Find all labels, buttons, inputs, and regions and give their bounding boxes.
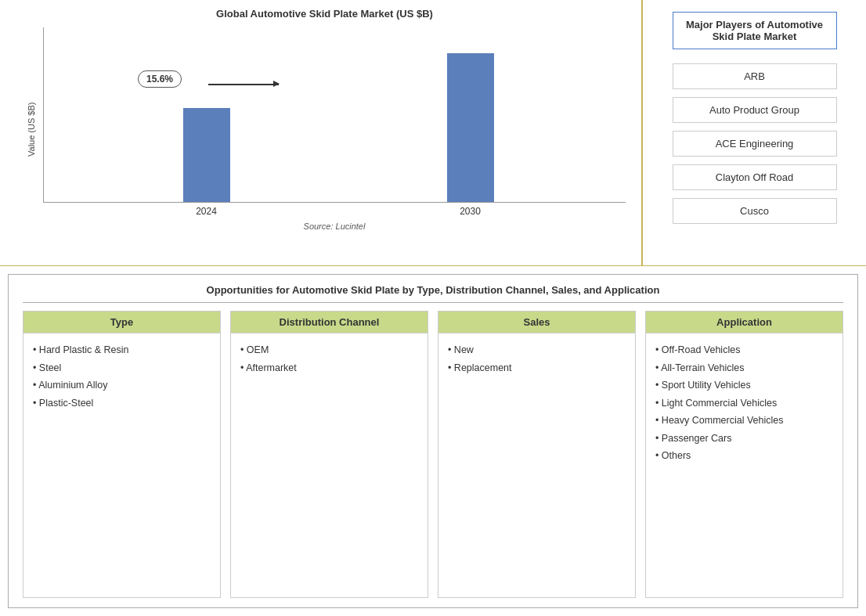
x-labels: 2024 2030 <box>43 203 626 217</box>
chart-title: Global Automotive Skid Plate Market (US … <box>23 8 626 20</box>
players-title: Major Players of Automotive Skid Plate M… <box>673 12 837 49</box>
app-item-1: Off-Road Vehicles <box>655 341 833 359</box>
dist-item-2: Aftermarket <box>240 359 418 377</box>
bar-group-2030 <box>447 53 494 202</box>
sales-item-1: New <box>448 341 626 359</box>
player-item-ace-engineering: ACE Engineering <box>673 131 837 157</box>
bottom-section: Opportunities for Automotive Skid Plate … <box>8 274 858 608</box>
col-content-sales: New Replacement <box>438 333 635 384</box>
source-text: Source: Lucintel <box>43 222 626 231</box>
col-sales: Sales New Replacement <box>438 311 636 598</box>
type-item-1: Hard Plastic & Resin <box>33 341 211 359</box>
annotation-bubble: 15.6% <box>138 70 182 88</box>
player-item-arb: ARB <box>673 63 837 89</box>
columns-row: Type Hard Plastic & Resin Steel Aluminiu… <box>23 311 843 598</box>
player-item-auto-product-group: Auto Product Group <box>673 97 837 123</box>
col-content-distribution: OEM Aftermarket <box>231 333 428 384</box>
chart-area: Global Automotive Skid Plate Market (US … <box>0 0 643 265</box>
chart-inner: Value (US $B) 15.6% 2024 <box>23 27 626 231</box>
app-item-6: Passenger Cars <box>655 430 833 448</box>
bars-area: 15.6% <box>43 27 626 203</box>
app-item-3: Sport Utility Vehicles <box>655 376 833 394</box>
x-label-2030: 2030 <box>447 206 494 217</box>
app-item-4: Light Commercial Vehicles <box>655 394 833 412</box>
player-item-clayton-off-road: Clayton Off Road <box>673 164 837 190</box>
col-header-application: Application <box>646 312 843 333</box>
bar-2030 <box>447 53 494 202</box>
app-item-7: Others <box>655 447 833 465</box>
col-type: Type Hard Plastic & Resin Steel Aluminiu… <box>23 311 221 598</box>
players-panel: Major Players of Automotive Skid Plate M… <box>643 0 866 265</box>
app-item-5: Heavy Commercial Vehicles <box>655 412 833 430</box>
col-application: Application Off-Road Vehicles All-Terrai… <box>645 311 843 598</box>
opportunities-title: Opportunities for Automotive Skid Plate … <box>23 284 843 303</box>
dist-item-1: OEM <box>240 341 418 359</box>
bar-2024 <box>183 108 230 202</box>
app-item-2: All-Terrain Vehicles <box>655 359 833 377</box>
chart-plot: 15.6% 2024 2030 Source: Lucintel <box>43 27 626 231</box>
arrow-line <box>208 84 279 85</box>
type-item-4: Plastic-Steel <box>33 394 211 412</box>
player-item-cusco: Cusco <box>673 198 837 224</box>
main-container: Global Automotive Skid Plate Market (US … <box>0 0 866 616</box>
col-header-type: Type <box>23 312 220 333</box>
x-label-2024: 2024 <box>183 206 230 217</box>
col-content-type: Hard Plastic & Resin Steel Aluminium All… <box>23 333 220 420</box>
top-section: Global Automotive Skid Plate Market (US … <box>0 0 866 266</box>
bar-group-2024 <box>183 108 230 202</box>
col-content-application: Off-Road Vehicles All-Terrain Vehicles S… <box>646 333 843 473</box>
type-item-3: Aluminium Alloy <box>33 376 211 394</box>
sales-item-2: Replacement <box>448 359 626 377</box>
type-item-2: Steel <box>33 359 211 377</box>
col-header-distribution: Distribution Channel <box>231 312 428 333</box>
col-header-sales: Sales <box>438 312 635 333</box>
col-distribution: Distribution Channel OEM Aftermarket <box>230 311 428 598</box>
y-axis-label: Value (US $B) <box>23 27 39 231</box>
